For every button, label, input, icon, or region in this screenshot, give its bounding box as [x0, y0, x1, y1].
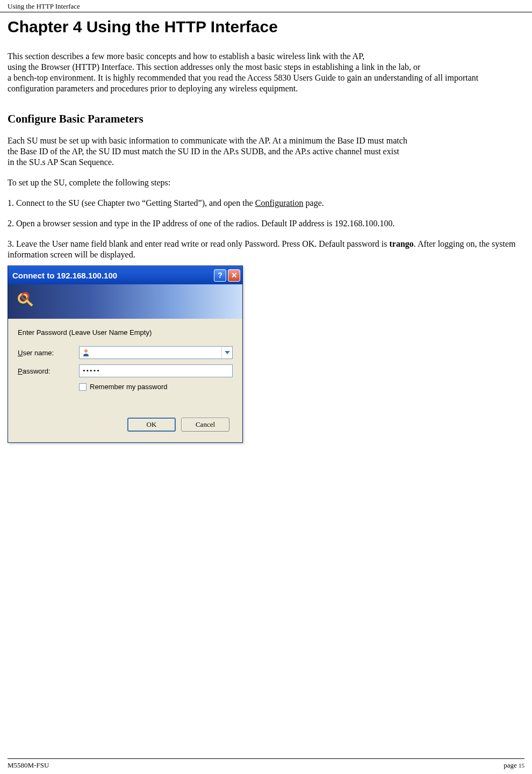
remember-checkbox[interactable] [79, 383, 87, 391]
dialog-title: Connect to 192.168.100.100 [12, 271, 214, 280]
cancel-button[interactable]: Cancel [181, 418, 229, 432]
dialog-banner [8, 284, 242, 319]
footer-right: page 15 [504, 761, 524, 770]
step-2: 2. Open a browser session and type in th… [8, 218, 524, 229]
step-1-post: page. [304, 198, 324, 207]
step-1-pre: 1. Connect to the SU (see Chapter two “G… [8, 198, 255, 207]
svg-point-4 [84, 349, 88, 353]
remember-row: Remember my password [79, 383, 233, 391]
page-footer: M5580M-FSU page 15 [8, 758, 524, 770]
intro-line-2: using the Browser (HTTP) Interface. This… [8, 62, 524, 73]
intro-line-1: This section describes a few more basic … [8, 51, 524, 62]
password-input[interactable]: ••••• [79, 364, 233, 377]
keys-icon [15, 290, 38, 313]
dialog-body: Enter Password (Leave User Name Empty) U… [8, 284, 242, 442]
page-content: Chapter 4 Using the HTTP Interface This … [0, 12, 532, 443]
dialog-prompt: Enter Password (Leave User Name Empty) [18, 328, 233, 336]
username-label: User name: [18, 349, 79, 357]
configuration-link[interactable]: Configuration [255, 198, 304, 207]
intro-line-3: a bench-top environment. It is highly re… [8, 73, 524, 94]
dialog-titlebar: Connect to 192.168.100.100 ? ✕ [8, 266, 242, 284]
footer-left: M5580M-FSU [8, 761, 49, 770]
section-title: Configure Basic Parameters [8, 112, 524, 126]
step-3-bold: trango [389, 239, 413, 248]
ok-button[interactable]: OK [127, 418, 176, 432]
step-3: 3. Leave the User name field blank and e… [8, 239, 524, 260]
section-p4: To set up the SU, complete the following… [8, 177, 524, 188]
password-value: ••••• [83, 367, 100, 375]
dialog-buttons: OK Cancel [18, 418, 233, 435]
username-row: User name: [18, 346, 233, 359]
username-field[interactable] [92, 348, 221, 357]
user-icon [82, 348, 90, 357]
auth-dialog: Connect to 192.168.100.100 ? ✕ Enter Pa [8, 266, 243, 443]
titlebar-buttons: ? ✕ [214, 269, 240, 282]
section-p3: in the SU.s AP Scan Sequence. [8, 157, 524, 168]
help-button[interactable]: ? [214, 269, 226, 282]
password-row: Password: ••••• [18, 364, 233, 377]
running-head: Using the HTTP Interface [0, 0, 532, 12]
step-1: 1. Connect to the SU (see Chapter two “G… [8, 198, 524, 209]
running-head-text: Using the HTTP Interface [8, 2, 80, 10]
close-icon: ✕ [231, 271, 238, 280]
close-button[interactable]: ✕ [228, 269, 240, 282]
section-p2: the Base ID of the AP, the SU ID must ma… [8, 146, 524, 157]
username-input[interactable] [79, 346, 233, 359]
step-3-pre: 3. Leave the User name field blank and e… [8, 239, 389, 248]
password-label: Password: [18, 367, 79, 375]
help-icon: ? [218, 271, 222, 280]
remember-label: Remember my password [90, 383, 168, 391]
chapter-title: Chapter 4 Using the HTTP Interface [8, 18, 524, 36]
section-p1: Each SU must be set up with basic inform… [8, 135, 524, 146]
dropdown-arrow-icon[interactable] [221, 347, 232, 359]
dialog-form: Enter Password (Leave User Name Empty) U… [8, 319, 242, 442]
